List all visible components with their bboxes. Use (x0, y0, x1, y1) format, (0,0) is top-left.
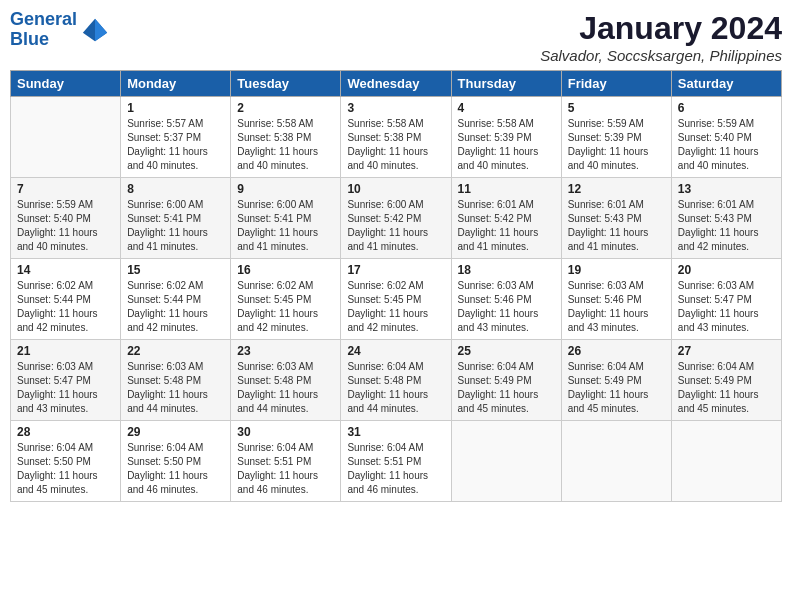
calendar-week-4: 21Sunrise: 6:03 AM Sunset: 5:47 PM Dayli… (11, 340, 782, 421)
day-number: 1 (127, 101, 224, 115)
calendar-cell: 18Sunrise: 6:03 AM Sunset: 5:46 PM Dayli… (451, 259, 561, 340)
day-info: Sunrise: 5:59 AM Sunset: 5:40 PM Dayligh… (17, 198, 114, 254)
day-number: 30 (237, 425, 334, 439)
calendar-cell: 20Sunrise: 6:03 AM Sunset: 5:47 PM Dayli… (671, 259, 781, 340)
calendar-cell: 25Sunrise: 6:04 AM Sunset: 5:49 PM Dayli… (451, 340, 561, 421)
calendar-cell: 26Sunrise: 6:04 AM Sunset: 5:49 PM Dayli… (561, 340, 671, 421)
day-number: 8 (127, 182, 224, 196)
calendar-cell: 19Sunrise: 6:03 AM Sunset: 5:46 PM Dayli… (561, 259, 671, 340)
day-number: 23 (237, 344, 334, 358)
calendar-header-sunday: Sunday (11, 71, 121, 97)
calendar-cell: 3Sunrise: 5:58 AM Sunset: 5:38 PM Daylig… (341, 97, 451, 178)
day-number: 12 (568, 182, 665, 196)
calendar-cell: 2Sunrise: 5:58 AM Sunset: 5:38 PM Daylig… (231, 97, 341, 178)
day-info: Sunrise: 6:00 AM Sunset: 5:41 PM Dayligh… (127, 198, 224, 254)
day-number: 14 (17, 263, 114, 277)
calendar-cell: 4Sunrise: 5:58 AM Sunset: 5:39 PM Daylig… (451, 97, 561, 178)
day-info: Sunrise: 6:03 AM Sunset: 5:47 PM Dayligh… (678, 279, 775, 335)
calendar-cell: 22Sunrise: 6:03 AM Sunset: 5:48 PM Dayli… (121, 340, 231, 421)
day-number: 17 (347, 263, 444, 277)
day-info: Sunrise: 5:58 AM Sunset: 5:39 PM Dayligh… (458, 117, 555, 173)
calendar-cell: 13Sunrise: 6:01 AM Sunset: 5:43 PM Dayli… (671, 178, 781, 259)
calendar-cell: 7Sunrise: 5:59 AM Sunset: 5:40 PM Daylig… (11, 178, 121, 259)
day-info: Sunrise: 5:58 AM Sunset: 5:38 PM Dayligh… (347, 117, 444, 173)
page-title: January 2024 (540, 10, 782, 47)
day-info: Sunrise: 5:58 AM Sunset: 5:38 PM Dayligh… (237, 117, 334, 173)
day-info: Sunrise: 6:03 AM Sunset: 5:46 PM Dayligh… (458, 279, 555, 335)
logo: General Blue (10, 10, 109, 50)
day-number: 9 (237, 182, 334, 196)
day-info: Sunrise: 6:01 AM Sunset: 5:43 PM Dayligh… (568, 198, 665, 254)
calendar-cell: 24Sunrise: 6:04 AM Sunset: 5:48 PM Dayli… (341, 340, 451, 421)
day-info: Sunrise: 6:02 AM Sunset: 5:44 PM Dayligh… (127, 279, 224, 335)
day-info: Sunrise: 6:01 AM Sunset: 5:43 PM Dayligh… (678, 198, 775, 254)
day-info: Sunrise: 6:04 AM Sunset: 5:50 PM Dayligh… (127, 441, 224, 497)
day-number: 5 (568, 101, 665, 115)
calendar-cell: 27Sunrise: 6:04 AM Sunset: 5:49 PM Dayli… (671, 340, 781, 421)
calendar-header-saturday: Saturday (671, 71, 781, 97)
day-info: Sunrise: 6:02 AM Sunset: 5:45 PM Dayligh… (237, 279, 334, 335)
logo-general: General (10, 9, 77, 29)
day-number: 27 (678, 344, 775, 358)
day-number: 21 (17, 344, 114, 358)
day-info: Sunrise: 6:04 AM Sunset: 5:49 PM Dayligh… (568, 360, 665, 416)
calendar-header-tuesday: Tuesday (231, 71, 341, 97)
calendar-cell: 28Sunrise: 6:04 AM Sunset: 5:50 PM Dayli… (11, 421, 121, 502)
calendar-cell: 5Sunrise: 5:59 AM Sunset: 5:39 PM Daylig… (561, 97, 671, 178)
day-number: 22 (127, 344, 224, 358)
day-number: 24 (347, 344, 444, 358)
calendar-cell: 23Sunrise: 6:03 AM Sunset: 5:48 PM Dayli… (231, 340, 341, 421)
calendar-cell: 9Sunrise: 6:00 AM Sunset: 5:41 PM Daylig… (231, 178, 341, 259)
day-info: Sunrise: 6:03 AM Sunset: 5:48 PM Dayligh… (127, 360, 224, 416)
day-number: 13 (678, 182, 775, 196)
day-number: 31 (347, 425, 444, 439)
day-number: 2 (237, 101, 334, 115)
calendar-cell: 12Sunrise: 6:01 AM Sunset: 5:43 PM Dayli… (561, 178, 671, 259)
calendar-cell (561, 421, 671, 502)
day-info: Sunrise: 6:02 AM Sunset: 5:45 PM Dayligh… (347, 279, 444, 335)
calendar-cell (671, 421, 781, 502)
day-number: 4 (458, 101, 555, 115)
day-info: Sunrise: 6:04 AM Sunset: 5:51 PM Dayligh… (347, 441, 444, 497)
day-number: 19 (568, 263, 665, 277)
calendar-cell: 16Sunrise: 6:02 AM Sunset: 5:45 PM Dayli… (231, 259, 341, 340)
day-info: Sunrise: 5:59 AM Sunset: 5:40 PM Dayligh… (678, 117, 775, 173)
calendar-cell: 6Sunrise: 5:59 AM Sunset: 5:40 PM Daylig… (671, 97, 781, 178)
day-number: 20 (678, 263, 775, 277)
day-number: 11 (458, 182, 555, 196)
day-number: 29 (127, 425, 224, 439)
calendar-week-2: 7Sunrise: 5:59 AM Sunset: 5:40 PM Daylig… (11, 178, 782, 259)
calendar-header-wednesday: Wednesday (341, 71, 451, 97)
calendar-cell: 11Sunrise: 6:01 AM Sunset: 5:42 PM Dayli… (451, 178, 561, 259)
calendar-cell: 14Sunrise: 6:02 AM Sunset: 5:44 PM Dayli… (11, 259, 121, 340)
day-info: Sunrise: 6:02 AM Sunset: 5:44 PM Dayligh… (17, 279, 114, 335)
day-number: 3 (347, 101, 444, 115)
calendar-cell: 21Sunrise: 6:03 AM Sunset: 5:47 PM Dayli… (11, 340, 121, 421)
day-number: 18 (458, 263, 555, 277)
calendar-cell (451, 421, 561, 502)
day-number: 25 (458, 344, 555, 358)
calendar-header-friday: Friday (561, 71, 671, 97)
day-number: 10 (347, 182, 444, 196)
calendar-cell: 15Sunrise: 6:02 AM Sunset: 5:44 PM Dayli… (121, 259, 231, 340)
day-info: Sunrise: 6:03 AM Sunset: 5:48 PM Dayligh… (237, 360, 334, 416)
logo-icon (81, 16, 109, 44)
calendar-cell: 8Sunrise: 6:00 AM Sunset: 5:41 PM Daylig… (121, 178, 231, 259)
calendar-cell: 30Sunrise: 6:04 AM Sunset: 5:51 PM Dayli… (231, 421, 341, 502)
day-info: Sunrise: 6:04 AM Sunset: 5:49 PM Dayligh… (678, 360, 775, 416)
calendar-cell: 29Sunrise: 6:04 AM Sunset: 5:50 PM Dayli… (121, 421, 231, 502)
calendar-header-row: SundayMondayTuesdayWednesdayThursdayFrid… (11, 71, 782, 97)
day-number: 6 (678, 101, 775, 115)
calendar-cell (11, 97, 121, 178)
page-subtitle: Salvador, Soccsksargen, Philippines (540, 47, 782, 64)
day-number: 7 (17, 182, 114, 196)
calendar-cell: 10Sunrise: 6:00 AM Sunset: 5:42 PM Dayli… (341, 178, 451, 259)
day-info: Sunrise: 6:03 AM Sunset: 5:46 PM Dayligh… (568, 279, 665, 335)
day-number: 28 (17, 425, 114, 439)
day-info: Sunrise: 6:03 AM Sunset: 5:47 PM Dayligh… (17, 360, 114, 416)
day-info: Sunrise: 5:59 AM Sunset: 5:39 PM Dayligh… (568, 117, 665, 173)
day-info: Sunrise: 6:01 AM Sunset: 5:42 PM Dayligh… (458, 198, 555, 254)
calendar-header-monday: Monday (121, 71, 231, 97)
page-header: General Blue January 2024 Salvador, Socc… (10, 10, 782, 64)
day-number: 15 (127, 263, 224, 277)
